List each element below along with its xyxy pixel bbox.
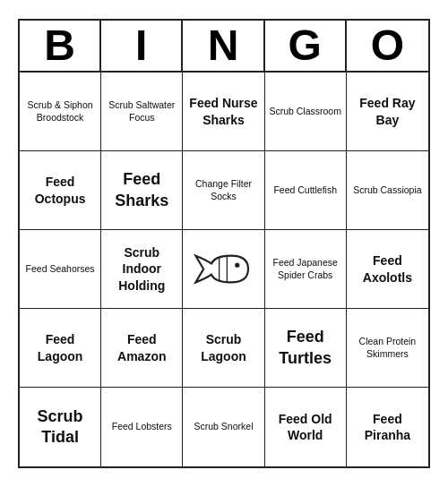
cell-text: Scrub Lagoon: [186, 331, 260, 363]
bingo-cell: Feed Amazon: [101, 309, 183, 388]
cell-text: Feed Axolotls: [350, 252, 425, 285]
cell-text: Feed Nurse Sharks: [186, 95, 260, 127]
cell-text: Feed Cuttlefish: [273, 184, 337, 197]
cell-text: Scrub Saltwater Focus: [105, 99, 178, 124]
bingo-cell: [183, 230, 264, 309]
bingo-cell: Scrub Lagoon: [183, 309, 264, 388]
bingo-cell: Feed Cuttlefish: [265, 151, 347, 230]
cell-text: Feed Ray Bay: [350, 95, 425, 127]
cell-text: Scrub Classroom: [269, 106, 341, 118]
cell-text: Scrub Cassiopia: [353, 184, 421, 197]
fish-icon: [192, 246, 254, 293]
cell-text: Feed Seahorses: [26, 263, 95, 276]
bingo-cell: Feed Axolotls: [347, 230, 428, 309]
cell-text: Scrub Tidal: [23, 406, 97, 449]
cell-text: Scrub Snorkel: [194, 421, 254, 433]
bingo-cell: Feed Seahorses: [20, 230, 101, 309]
cell-text: Clean Protein Skimmers: [350, 336, 425, 360]
bingo-cell: Scrub Tidal: [20, 388, 101, 466]
cell-text: Feed Piranha: [350, 411, 425, 443]
bingo-cell: Feed Ray Bay: [347, 73, 428, 151]
bingo-card: BINGO Scrub & Siphon BroodstockScrub Sal…: [18, 19, 430, 468]
bingo-cell: Feed Nurse Sharks: [183, 73, 264, 151]
cell-text: Feed Turtles: [269, 327, 342, 369]
cell-text: Scrub & Siphon Broodstock: [23, 99, 97, 124]
cell-text: Feed Lagoon: [23, 331, 97, 363]
cell-text: Feed Amazon: [105, 331, 178, 363]
svg-point-0: [236, 262, 240, 267]
bingo-header: BINGO: [20, 21, 428, 73]
cell-text: Feed Octopus: [23, 174, 97, 206]
bingo-cell: Clean Protein Skimmers: [347, 309, 428, 388]
cell-text: Change Filter Socks: [186, 178, 260, 202]
bingo-cell: Feed Old World: [265, 388, 347, 466]
bingo-cell: Change Filter Socks: [183, 151, 264, 230]
bingo-cell: Scrub Classroom: [265, 73, 347, 151]
header-letter: B: [20, 21, 101, 71]
bingo-cell: Scrub Cassiopia: [347, 151, 428, 230]
bingo-cell: Feed Piranha: [347, 388, 428, 466]
cell-text: Feed Japanese Spider Crabs: [269, 257, 342, 281]
bingo-cell: Scrub Saltwater Focus: [101, 73, 183, 151]
bingo-cell: Scrub Indoor Holding: [101, 230, 183, 309]
header-letter: G: [265, 21, 347, 71]
bingo-cell: Feed Lobsters: [101, 388, 183, 466]
bingo-cell: Feed Octopus: [20, 151, 101, 230]
header-letter: O: [347, 21, 428, 71]
bingo-cell: Feed Sharks: [101, 151, 183, 230]
cell-text: Scrub Indoor Holding: [105, 244, 178, 294]
header-letter: N: [183, 21, 264, 71]
cell-text: Feed Lobsters: [112, 421, 172, 433]
bingo-grid: Scrub & Siphon BroodstockScrub Saltwater…: [20, 73, 428, 466]
bingo-cell: Scrub & Siphon Broodstock: [20, 73, 101, 151]
bingo-cell: Feed Lagoon: [20, 309, 101, 388]
cell-text: Feed Sharks: [105, 169, 178, 211]
cell-text: Feed Old World: [269, 411, 342, 443]
bingo-cell: Feed Turtles: [265, 309, 347, 388]
bingo-cell: Feed Japanese Spider Crabs: [265, 230, 347, 309]
bingo-cell: Scrub Snorkel: [183, 388, 264, 466]
header-letter: I: [101, 21, 183, 71]
